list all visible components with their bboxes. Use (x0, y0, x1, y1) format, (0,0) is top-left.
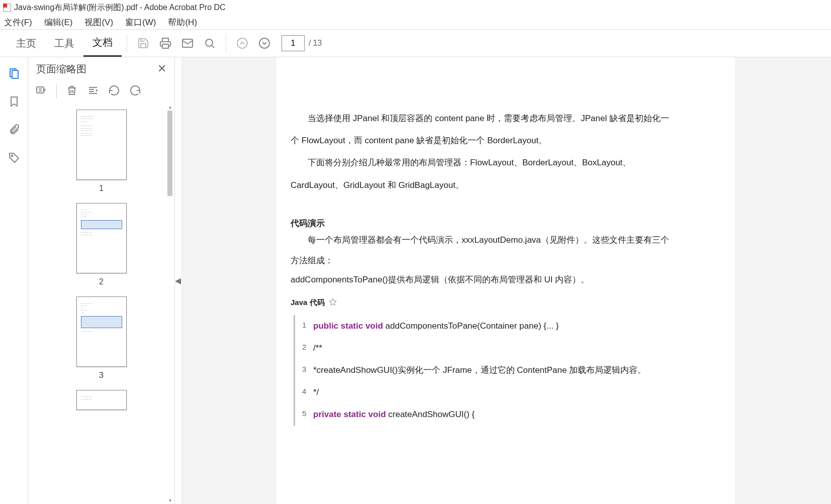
svg-point-2 (206, 39, 213, 46)
separator (56, 84, 57, 98)
paragraph: 当选择使用 JPanel 和顶层容器的 content pane 时，需要考虑布… (291, 108, 675, 152)
delete-icon[interactable] (66, 84, 78, 98)
tab-document[interactable]: 文档 (83, 30, 122, 57)
thumbnail-panel-header: 页面缩略图 ✕ (28, 57, 174, 80)
save-button[interactable] (132, 32, 154, 54)
code-block: 1public static void addComponentsToPane(… (294, 315, 675, 426)
page-up-button[interactable] (231, 32, 253, 54)
document-page: 当选择使用 JPanel 和顶层容器的 content pane 时，需要考虑布… (276, 57, 735, 504)
bookmark-icon[interactable] (7, 94, 21, 109)
paragraph: 每一个布局管理器都会有一个代码演示，xxxLayoutDemo.java（见附件… (291, 230, 675, 271)
svg-point-4 (259, 38, 269, 48)
star-icon[interactable] (329, 298, 337, 306)
thumb-options-button[interactable] (35, 84, 47, 98)
menu-window[interactable]: 窗口(W) (125, 17, 156, 28)
email-button[interactable] (176, 32, 199, 54)
scrollbar-handle[interactable] (167, 111, 172, 196)
page-total: 13 (313, 39, 322, 48)
thumbnail-panel-title: 页面缩略图 (36, 62, 86, 76)
thumbnail-scrollbar[interactable]: ▴ ▾ (166, 103, 173, 504)
code-label: Java 代码 (291, 292, 675, 312)
menu-view[interactable]: 视图(V) (84, 17, 113, 28)
separator (226, 34, 226, 52)
scroll-up-icon[interactable]: ▴ (166, 103, 173, 111)
window-title: Java-swing布局详解(附示例图).pdf - Adobe Acrobat… (14, 3, 226, 13)
thumbnail-toolbar (28, 80, 174, 103)
thumbnail-list: ———— ———————— ————— —— ——— ——— ———— ——— … (28, 103, 174, 504)
print-button[interactable] (154, 32, 176, 54)
toolbar: 主页 工具 文档 / 13 (0, 29, 831, 57)
page-separator: / (309, 39, 311, 48)
tab-home[interactable]: 主页 (7, 30, 45, 57)
scroll-down-icon[interactable]: ▾ (166, 496, 173, 504)
menu-file[interactable]: 文件(F) (4, 17, 32, 28)
left-icon-rail (0, 57, 28, 504)
svg-rect-0 (162, 44, 168, 48)
code-line: 2/** (302, 337, 675, 359)
code-line: 5private static void createAndShowGUI() … (302, 404, 675, 426)
code-line: 1public static void addComponentsToPane(… (302, 315, 675, 337)
menu-help[interactable]: 帮助(H) (168, 17, 197, 28)
thumbnail-item[interactable]: —— ——— ———— ——— —— (28, 383, 174, 413)
tab-tools[interactable]: 工具 (45, 30, 83, 57)
title-bar: Java-swing布局详解(附示例图).pdf - Adobe Acrobat… (0, 0, 831, 15)
thumbnails-icon[interactable] (7, 66, 21, 80)
redo-icon[interactable] (129, 84, 141, 98)
thumbnail-item[interactable]: ———— ———————— ————— —— ——— ——— ———— ——— … (28, 103, 174, 196)
tag-icon[interactable] (7, 151, 21, 165)
undo-icon[interactable] (108, 84, 120, 98)
svg-rect-8 (37, 87, 44, 93)
thumbnail-item[interactable]: —— ———— ——— ———— ———— ———— ——— ———— ——— … (28, 196, 174, 289)
pdf-file-icon (3, 4, 11, 12)
page-down-button[interactable] (253, 32, 275, 54)
thumbnail-panel: 页面缩略图 ✕ ———— ———————— ————— —— ——— ——— —… (28, 57, 175, 504)
code-line: 3*createAndShowGUI()实例化一个 JFrame，通过它的 Co… (302, 359, 675, 381)
main-area: 页面缩略图 ✕ ———— ———————— ————— —— ——— ——— —… (0, 57, 831, 504)
doc-heading: 代码演示 (291, 217, 675, 230)
menu-edit[interactable]: 编辑(E) (44, 17, 73, 28)
code-line: 4*/ (302, 381, 675, 404)
thumbnail-item[interactable]: —— ——— ———— —————— —————— ——— —— 3 (28, 289, 174, 383)
close-icon[interactable]: ✕ (157, 62, 166, 75)
collapse-panel-button[interactable]: ◀ (175, 57, 181, 504)
svg-point-7 (11, 155, 13, 157)
menu-bar: 文件(F) 编辑(E) 视图(V) 窗口(W) 帮助(H) (0, 15, 831, 29)
svg-point-3 (237, 38, 247, 48)
page-number-input[interactable] (282, 35, 305, 51)
document-view[interactable]: 当选择使用 JPanel 和顶层容器的 content pane 时，需要考虑布… (181, 57, 831, 504)
svg-rect-6 (12, 70, 18, 78)
thumbnail-number: 1 (99, 184, 104, 193)
thumbnail-number: 2 (99, 277, 104, 286)
search-button[interactable] (199, 32, 221, 54)
paragraph: 下面将分别介绍几种最常用的布局管理器：FlowLayout、BorderLayo… (291, 152, 675, 196)
paragraph: addComponentsToPane()提供布局逻辑（依据不同的布局管理器和 … (291, 271, 675, 288)
rotate-icon[interactable] (87, 84, 99, 98)
thumbnail-number: 3 (99, 371, 104, 380)
attachment-icon[interactable] (7, 123, 21, 137)
separator (127, 34, 127, 52)
